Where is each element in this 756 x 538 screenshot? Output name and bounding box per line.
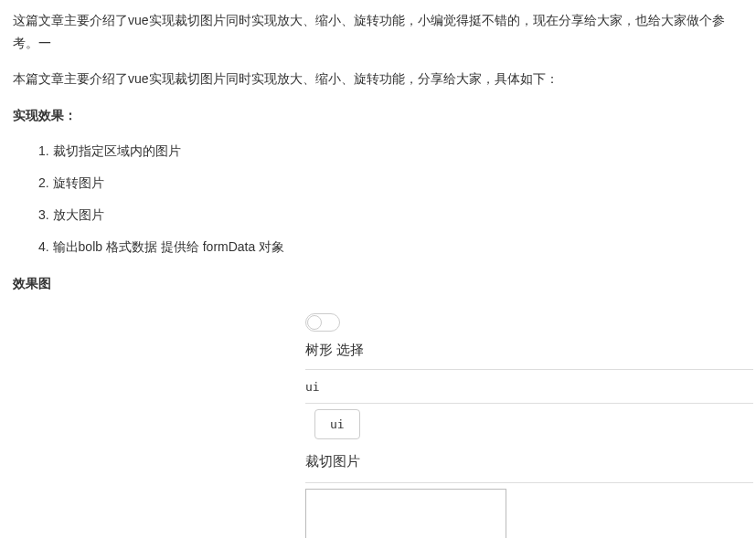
article-intro: 这篇文章主要介绍了vue实现裁切图片同时实现放大、缩小、旋转功能，小编觉得挺不错… (13, 9, 743, 55)
crop-area[interactable] (305, 489, 506, 538)
demo-panel: 树形 选择 ui 裁切图片 (305, 313, 753, 538)
search-input[interactable] (305, 378, 753, 396)
divider (305, 369, 753, 370)
toggle-switch[interactable] (305, 313, 340, 332)
divider (305, 403, 753, 404)
tree-select-label: 树形 选择 (305, 337, 753, 362)
list-item: 3. 放大图片 (13, 204, 743, 227)
tag-item[interactable]: ui (314, 409, 360, 439)
heading-effect: 实现效果： (13, 104, 743, 127)
toggle-knob (307, 315, 322, 330)
divider (305, 482, 753, 483)
list-item: 4. 输出bolb 格式数据 提供给 formData 对象 (13, 236, 743, 258)
crop-label: 裁切图片 (305, 448, 753, 473)
heading-result: 效果图 (13, 272, 743, 295)
feature-list: 1. 裁切指定区域内的图片 2. 旋转图片 3. 放大图片 4. 输出bolb … (13, 140, 743, 259)
list-item: 2. 旋转图片 (13, 172, 743, 195)
article-subtitle: 本篇文章主要介绍了vue实现裁切图片同时实现放大、缩小、旋转功能，分享给大家，具… (13, 68, 743, 90)
list-item: 1. 裁切指定区域内的图片 (13, 140, 743, 163)
